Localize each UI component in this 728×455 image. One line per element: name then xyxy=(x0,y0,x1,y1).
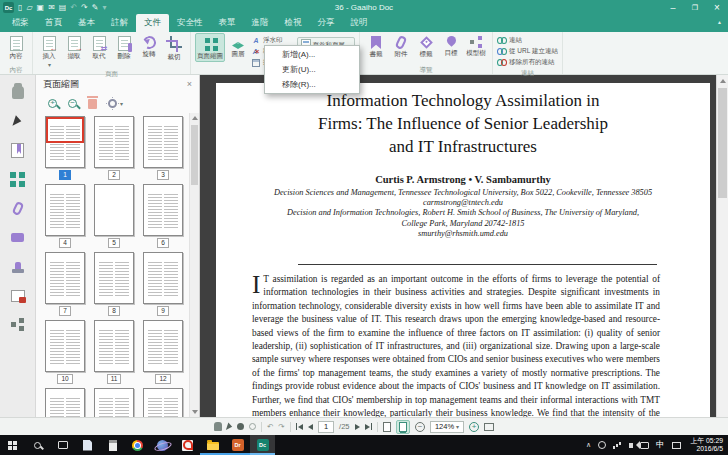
open-folder-icon[interactable]: ▱ xyxy=(26,4,32,12)
save-icon[interactable]: ▣ xyxy=(37,4,45,12)
thumbnail-options-button[interactable]: ▾ xyxy=(108,99,123,108)
zoom-out-button[interactable]: − xyxy=(415,422,425,432)
hand-tool-statusbar-icon[interactable] xyxy=(214,422,222,431)
menu-item[interactable]: 移除(R)... xyxy=(266,77,358,92)
ribbon-tab[interactable]: 首頁 xyxy=(37,14,70,32)
minimize-button[interactable] xyxy=(662,0,684,15)
panel-scrollbar[interactable] xyxy=(189,113,199,417)
tray-app-icon[interactable] xyxy=(598,441,606,449)
content-button[interactable]: 內容 xyxy=(4,33,28,62)
next-view-icon[interactable] xyxy=(278,422,284,431)
qat-customize-icon[interactable]: ▾ xyxy=(103,4,107,12)
next-page-button[interactable] xyxy=(355,424,360,430)
app-icon[interactable]: Dc xyxy=(3,2,14,13)
replace-pages-button[interactable]: 取代 xyxy=(87,33,111,62)
tray-chevron-icon[interactable] xyxy=(586,441,591,449)
taskbar-search-icon[interactable] xyxy=(25,435,50,455)
task-view-icon[interactable] xyxy=(50,435,75,455)
menu-item[interactable]: 新增(A)... xyxy=(266,47,358,62)
page-thumbnails-panel-icon[interactable] xyxy=(5,167,31,192)
ribbon-tab[interactable]: 基本 xyxy=(70,14,103,32)
ribbon-tab[interactable]: 檔案 xyxy=(4,14,37,32)
thumbnail-page[interactable] xyxy=(143,388,183,417)
file-explorer-icon[interactable] xyxy=(200,435,225,455)
message-center-icon[interactable] xyxy=(640,442,649,449)
thumbnail-page[interactable] xyxy=(143,320,183,372)
pen-tool-icon[interactable]: ✎ xyxy=(92,4,99,12)
scroll-down-icon[interactable] xyxy=(190,407,199,417)
enlarge-thumbnails-icon[interactable] xyxy=(48,99,57,108)
single-page-view-icon[interactable] xyxy=(383,422,391,432)
delete-page-icon[interactable] xyxy=(88,99,97,109)
restore-button[interactable] xyxy=(684,0,706,15)
print-icon[interactable]: ▤ xyxy=(59,4,67,12)
page-thumbnail[interactable]: 15 xyxy=(141,388,185,417)
thumbnail-page[interactable] xyxy=(94,320,134,372)
page-thumbnail[interactable]: 4 xyxy=(43,184,87,248)
page-thumbnail[interactable]: 1 xyxy=(43,116,87,180)
previous-view-icon[interactable] xyxy=(267,422,273,431)
hand-tool-icon[interactable] xyxy=(5,80,31,105)
remove-all-links-button[interactable]: 移除所有的連結 xyxy=(497,57,558,68)
extract-pages-button[interactable]: 擷取 xyxy=(62,33,86,62)
ime-indicator[interactable]: 中 xyxy=(656,439,665,451)
ribbon-tab[interactable]: 進階 xyxy=(244,14,277,32)
last-page-button[interactable] xyxy=(365,423,373,430)
page-thumbnail[interactable]: 7 xyxy=(43,252,87,316)
thumbnail-page[interactable] xyxy=(94,252,134,304)
undo-icon[interactable]: ↶ xyxy=(70,4,77,12)
loupe-tool-icon[interactable] xyxy=(249,423,256,430)
ribbon-tab[interactable]: 安全性 xyxy=(169,14,211,32)
thumbnail-page[interactable] xyxy=(45,116,85,168)
attachments-button[interactable]: 附件 xyxy=(389,33,413,60)
ribbon-tab[interactable]: 文件 xyxy=(136,14,169,32)
rotate-pages-button[interactable]: 旋轉 xyxy=(137,33,161,60)
close-button[interactable] xyxy=(706,0,728,15)
doc-scrollbar-thumb[interactable] xyxy=(718,88,727,198)
collapse-ribbon-icon[interactable] xyxy=(717,18,722,25)
page-thumbnail[interactable]: 14 xyxy=(92,388,136,417)
chrome-icon[interactable] xyxy=(125,435,150,455)
thumbnail-page[interactable] xyxy=(45,184,85,236)
destinations-button[interactable]: 目標 xyxy=(439,33,463,59)
browser-360-icon[interactable] xyxy=(150,435,175,455)
touch-keyboard-icon[interactable] xyxy=(672,442,681,449)
thumbnail-page[interactable] xyxy=(143,184,183,236)
page-thumbnail[interactable]: 3 xyxy=(141,116,185,180)
page-thumbnail[interactable]: 2 xyxy=(92,116,136,180)
ribbon-tab[interactable]: 分享 xyxy=(310,14,343,32)
reduce-thumbnails-icon[interactable] xyxy=(68,99,77,108)
signatures-panel-icon[interactable] xyxy=(5,283,31,308)
select-tool-statusbar-icon[interactable] xyxy=(226,422,233,431)
insert-pages-button[interactable]: 插入 xyxy=(37,33,61,69)
network-icon[interactable] xyxy=(613,446,615,449)
page-thumbnail[interactable]: 10 xyxy=(43,320,87,384)
email-icon[interactable]: ✉ xyxy=(48,4,55,12)
bookmarks-panel-icon[interactable] xyxy=(5,138,31,163)
page-thumbnail[interactable]: 5 xyxy=(92,184,136,248)
adobe-reader-icon[interactable] xyxy=(175,435,200,455)
thumbnail-page[interactable] xyxy=(94,184,134,236)
scrollbar-thumb[interactable] xyxy=(191,125,198,185)
page-thumbnail[interactable]: 12 xyxy=(141,320,185,384)
thumbnail-page[interactable] xyxy=(45,320,85,372)
document-view[interactable]: Information Technology Assimilation in F… xyxy=(200,75,728,417)
document-scrollbar[interactable] xyxy=(716,75,728,417)
thumbnail-page[interactable] xyxy=(94,388,134,417)
comments-panel-icon[interactable] xyxy=(5,225,31,250)
doc-scroll-up-icon[interactable] xyxy=(717,75,728,86)
marquee-zoom-icon[interactable] xyxy=(237,423,244,430)
ribbon-tab[interactable]: 說明 xyxy=(343,14,376,32)
page-thumbnail[interactable]: 11 xyxy=(92,320,136,384)
calculator-icon[interactable] xyxy=(100,435,125,455)
thumbnail-page[interactable] xyxy=(45,252,85,304)
visible-area-box[interactable] xyxy=(46,117,84,143)
attachments-panel-icon[interactable] xyxy=(5,196,31,221)
scroll-up-icon[interactable] xyxy=(190,113,199,123)
new-document-icon[interactable]: ▯ xyxy=(18,4,22,12)
taskbar-clock[interactable]: 上午 05:29 2016/6/5 xyxy=(688,437,724,453)
bookmarks-button[interactable]: 書籤 xyxy=(364,33,388,60)
select-tool-icon[interactable] xyxy=(5,109,31,134)
stamps-panel-icon[interactable] xyxy=(5,254,31,279)
redo-icon[interactable]: ↷ xyxy=(81,4,88,12)
